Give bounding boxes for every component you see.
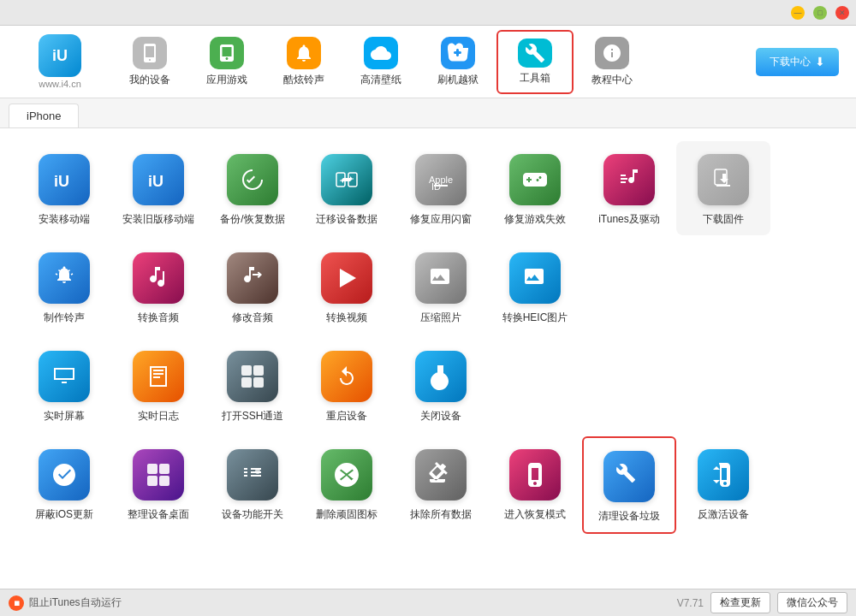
edit-audio-tool[interactable]: 修改音频	[205, 240, 300, 334]
install-app-icon: iU	[39, 154, 90, 205]
close-button[interactable]: ✕	[835, 6, 849, 20]
nav-jailbreak[interactable]: 刷机越狱	[419, 30, 496, 94]
backup-restore-label: 备份/恢复数据	[220, 212, 284, 227]
edit-audio-icon	[227, 252, 278, 304]
install-app-label: 安装移动端	[39, 212, 90, 227]
convert-video-tool[interactable]: 转换视频	[300, 240, 394, 334]
install-old-app-icon: iU	[133, 154, 184, 205]
delete-icon-icon	[321, 449, 372, 500]
clean-junk-tool[interactable]: 清理设备垃圾	[582, 436, 676, 534]
logo-url: www.i4.cn	[39, 79, 81, 89]
header-right: 下载中心 ⬇	[756, 48, 847, 76]
migrate-data-icon	[321, 154, 372, 205]
statusbar: ⏹ 阻止iTunes自动运行 V7.71 检查更新 微信公众号	[0, 589, 856, 616]
my-device-icon	[133, 37, 167, 69]
stop-itunes-icon: ⏹	[9, 595, 24, 611]
compress-photo-icon	[415, 252, 467, 304]
svg-rect-10	[253, 365, 264, 376]
recovery-mode-tool[interactable]: 进入恢复模式	[488, 436, 582, 534]
delete-icon-tool[interactable]: 删除顽固图标	[300, 436, 394, 534]
toolbox-icon	[518, 38, 552, 68]
shutdown-tool[interactable]: 关闭设备	[394, 338, 488, 432]
svg-text:iU: iU	[148, 173, 163, 190]
wallpapers-icon	[364, 37, 398, 69]
device-toggle-tool[interactable]: 设备功能开关	[205, 436, 300, 534]
download-firmware-icon	[698, 154, 749, 205]
realtime-screen-tool[interactable]: 实时屏幕	[17, 338, 111, 432]
install-app-tool[interactable]: iU 安装移动端	[17, 141, 111, 235]
make-ringtone-tool[interactable]: 制作铃声	[17, 240, 111, 334]
itunes-driver-tool[interactable]: iTunes及驱动	[582, 141, 676, 235]
shutdown-icon	[415, 351, 467, 402]
jailbreak-label: 刷机越狱	[437, 73, 479, 87]
convert-heic-label: 转换HEIC图片	[502, 311, 568, 325]
logo-icon: iU	[39, 34, 81, 77]
ssh-tool[interactable]: 打开SSH通道	[205, 338, 300, 432]
tool-row-1: iU 安装移动端 iU 安装旧版移动端 备份/恢复数据 迁移设备数据 Apple…	[17, 141, 839, 235]
wipe-data-tool[interactable]: 抹除所有数据	[394, 436, 488, 534]
reboot-label: 重启设备	[326, 409, 367, 424]
nav-toolbox[interactable]: 工具箱	[496, 30, 574, 94]
convert-audio-label: 转换音频	[138, 311, 179, 325]
compress-photo-tool[interactable]: 压缩照片	[394, 240, 488, 334]
download-center-button[interactable]: 下载中心 ⬇	[756, 48, 839, 76]
install-old-app-tool[interactable]: iU 安装旧版移动端	[111, 141, 205, 235]
apps-games-icon	[210, 37, 244, 69]
iphone-tab[interactable]: iPhone	[9, 104, 79, 127]
check-update-button[interactable]: 检查更新	[710, 592, 770, 613]
download-center-label: 下载中心	[770, 55, 811, 69]
logo-area: iU www.i4.cn	[9, 34, 111, 89]
nav-my-device[interactable]: 我的设备	[111, 30, 188, 94]
convert-video-icon	[321, 252, 372, 304]
deactivate-tool[interactable]: 反激活设备	[676, 436, 770, 534]
download-firmware-tool[interactable]: 下载固件	[676, 141, 770, 235]
titlebar: — □ ✕	[0, 0, 856, 26]
clean-junk-icon	[603, 451, 655, 502]
maximize-button[interactable]: □	[813, 6, 827, 20]
convert-audio-tool[interactable]: 转换音频	[111, 240, 205, 334]
wechat-label: 微信公众号	[787, 596, 838, 608]
svg-rect-16	[159, 476, 169, 486]
realtime-log-tool[interactable]: 实时日志	[111, 338, 205, 432]
block-ios-update-tool[interactable]: 屏蔽iOS更新	[17, 436, 111, 534]
main-content: iU 安装移动端 iU 安装旧版移动端 备份/恢复数据 迁移设备数据 Apple…	[0, 128, 856, 589]
svg-rect-14	[159, 464, 169, 474]
wallpapers-label: 高清壁纸	[360, 73, 401, 87]
ringtones-icon	[287, 37, 321, 69]
fix-game-tool[interactable]: 修复游戏失效	[488, 141, 582, 235]
fix-game-icon	[509, 154, 561, 205]
reboot-tool[interactable]: 重启设备	[300, 338, 394, 432]
fix-app-crash-icon: AppleID	[415, 154, 467, 205]
ssh-icon	[227, 351, 278, 402]
fix-app-crash-tool[interactable]: AppleID 修复应用闪窗	[394, 141, 488, 235]
nav-bar: 我的设备 应用游戏 酷炫铃声 高清壁纸	[111, 30, 756, 94]
migrate-data-tool[interactable]: 迁移设备数据	[300, 141, 394, 235]
statusbar-right: V7.71 检查更新 微信公众号	[677, 592, 847, 613]
nav-ringtones[interactable]: 酷炫铃声	[265, 30, 342, 94]
svg-rect-15	[147, 476, 158, 486]
svg-point-17	[255, 469, 260, 474]
svg-text:H: H	[533, 270, 538, 275]
organize-desktop-tool[interactable]: 整理设备桌面	[111, 436, 205, 534]
ssh-label: 打开SSH通道	[222, 409, 284, 424]
recovery-mode-icon	[509, 449, 561, 500]
realtime-log-icon	[133, 351, 184, 402]
backup-restore-tool[interactable]: 备份/恢复数据	[205, 141, 300, 235]
convert-heic-tool[interactable]: H 转换HEIC图片	[488, 240, 582, 334]
fix-game-label: 修复游戏失效	[504, 212, 566, 227]
edit-audio-label: 修改音频	[232, 311, 273, 325]
backup-restore-icon	[227, 154, 278, 205]
wechat-button[interactable]: 微信公众号	[777, 592, 847, 613]
minimize-button[interactable]: —	[791, 6, 805, 20]
nav-tutorials[interactable]: 教程中心	[574, 30, 651, 94]
itunes-driver-label: iTunes及驱动	[598, 212, 660, 227]
stop-itunes-label: 阻止iTunes自动运行	[29, 595, 122, 610]
nav-wallpapers[interactable]: 高清壁纸	[342, 30, 419, 94]
svg-rect-11	[241, 377, 252, 388]
make-ringtone-icon	[39, 252, 90, 304]
make-ringtone-label: 制作铃声	[44, 311, 85, 325]
tabbar: iPhone	[0, 98, 856, 128]
convert-video-label: 转换视频	[326, 311, 367, 325]
install-old-app-label: 安装旧版移动端	[122, 212, 194, 227]
nav-apps-games[interactable]: 应用游戏	[188, 30, 265, 94]
